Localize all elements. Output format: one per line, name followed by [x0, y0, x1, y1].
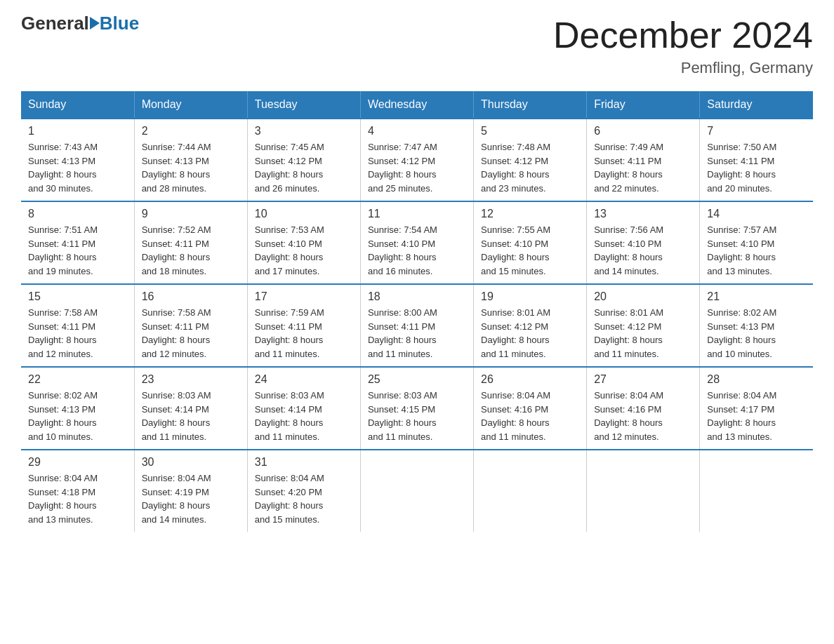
day-info: Sunrise: 8:01 AM Sunset: 4:12 PM Dayligh… [594, 306, 692, 361]
day-number: 11 [368, 208, 466, 220]
location-label: Pemfling, Germany [553, 59, 813, 77]
day-info: Sunrise: 7:43 AM Sunset: 4:13 PM Dayligh… [28, 140, 127, 195]
day-number: 18 [368, 290, 466, 303]
table-row: 30 Sunrise: 8:04 AM Sunset: 4:19 PM Dayl… [134, 450, 247, 532]
logo-arrow-icon [90, 17, 100, 29]
day-number: 22 [28, 373, 127, 386]
table-row: 23 Sunrise: 8:03 AM Sunset: 4:14 PM Dayl… [134, 367, 247, 450]
day-info: Sunrise: 8:04 AM Sunset: 4:18 PM Dayligh… [28, 471, 127, 526]
day-info: Sunrise: 8:04 AM Sunset: 4:20 PM Dayligh… [255, 471, 353, 526]
logo: GeneralBlue [21, 14, 139, 32]
day-info: Sunrise: 7:49 AM Sunset: 4:11 PM Dayligh… [594, 140, 692, 195]
day-number: 21 [707, 290, 806, 303]
day-number: 10 [255, 208, 353, 220]
table-row: 1 Sunrise: 7:43 AM Sunset: 4:13 PM Dayli… [21, 119, 134, 201]
day-info: Sunrise: 7:51 AM Sunset: 4:11 PM Dayligh… [28, 223, 127, 278]
col-friday: Friday [587, 91, 700, 119]
day-number: 13 [594, 208, 692, 220]
day-info: Sunrise: 8:04 AM Sunset: 4:19 PM Dayligh… [142, 471, 240, 526]
day-info: Sunrise: 7:59 AM Sunset: 4:11 PM Dayligh… [255, 306, 353, 361]
day-number: 14 [707, 208, 806, 220]
table-row [587, 450, 700, 532]
table-row: 12 Sunrise: 7:55 AM Sunset: 4:10 PM Dayl… [474, 201, 587, 284]
page-header: GeneralBlue December 2024 Pemfling, Germ… [21, 14, 813, 77]
day-info: Sunrise: 8:03 AM Sunset: 4:14 PM Dayligh… [142, 389, 240, 443]
col-monday: Monday [134, 91, 247, 119]
day-number: 8 [28, 208, 127, 220]
day-info: Sunrise: 7:52 AM Sunset: 4:11 PM Dayligh… [142, 223, 240, 278]
logo-general-text: General [21, 14, 89, 32]
day-number: 24 [255, 373, 353, 386]
table-row: 11 Sunrise: 7:54 AM Sunset: 4:10 PM Dayl… [360, 201, 473, 284]
day-info: Sunrise: 8:02 AM Sunset: 4:13 PM Dayligh… [28, 389, 127, 443]
col-thursday: Thursday [474, 91, 587, 119]
day-info: Sunrise: 7:58 AM Sunset: 4:11 PM Dayligh… [28, 306, 127, 361]
table-row [474, 450, 587, 532]
day-info: Sunrise: 7:53 AM Sunset: 4:10 PM Dayligh… [255, 223, 353, 278]
day-number: 4 [368, 125, 466, 137]
day-number: 2 [142, 125, 240, 137]
day-info: Sunrise: 7:48 AM Sunset: 4:12 PM Dayligh… [481, 140, 579, 195]
table-row [700, 450, 813, 532]
table-row: 24 Sunrise: 8:03 AM Sunset: 4:14 PM Dayl… [247, 367, 360, 450]
table-row: 9 Sunrise: 7:52 AM Sunset: 4:11 PM Dayli… [134, 201, 247, 284]
day-number: 29 [28, 456, 127, 469]
table-row: 14 Sunrise: 7:57 AM Sunset: 4:10 PM Dayl… [700, 201, 813, 284]
day-info: Sunrise: 7:44 AM Sunset: 4:13 PM Dayligh… [142, 140, 240, 195]
calendar-body: 1 Sunrise: 7:43 AM Sunset: 4:13 PM Dayli… [21, 119, 813, 532]
day-number: 17 [255, 290, 353, 303]
day-number: 6 [594, 125, 692, 137]
table-row: 3 Sunrise: 7:45 AM Sunset: 4:12 PM Dayli… [247, 119, 360, 201]
col-wednesday: Wednesday [360, 91, 473, 119]
table-row: 31 Sunrise: 8:04 AM Sunset: 4:20 PM Dayl… [247, 450, 360, 532]
day-number: 5 [481, 125, 579, 137]
table-row: 17 Sunrise: 7:59 AM Sunset: 4:11 PM Dayl… [247, 284, 360, 367]
day-info: Sunrise: 7:56 AM Sunset: 4:10 PM Dayligh… [594, 223, 692, 278]
day-number: 30 [142, 456, 240, 469]
table-row: 6 Sunrise: 7:49 AM Sunset: 4:11 PM Dayli… [587, 119, 700, 201]
day-info: Sunrise: 8:02 AM Sunset: 4:13 PM Dayligh… [707, 306, 806, 361]
day-number: 25 [368, 373, 466, 386]
day-number: 23 [142, 373, 240, 386]
calendar-header: Sunday Monday Tuesday Wednesday Thursday… [21, 91, 813, 119]
table-row: 7 Sunrise: 7:50 AM Sunset: 4:11 PM Dayli… [700, 119, 813, 201]
day-number: 12 [481, 208, 579, 220]
table-row: 16 Sunrise: 7:58 AM Sunset: 4:11 PM Dayl… [134, 284, 247, 367]
day-number: 26 [481, 373, 579, 386]
table-row [360, 450, 473, 532]
table-row: 10 Sunrise: 7:53 AM Sunset: 4:10 PM Dayl… [247, 201, 360, 284]
table-row: 4 Sunrise: 7:47 AM Sunset: 4:12 PM Dayli… [360, 119, 473, 201]
day-number: 19 [481, 290, 579, 303]
day-info: Sunrise: 7:54 AM Sunset: 4:10 PM Dayligh… [368, 223, 466, 278]
col-sunday: Sunday [21, 91, 134, 119]
day-info: Sunrise: 8:03 AM Sunset: 4:15 PM Dayligh… [368, 389, 466, 443]
day-info: Sunrise: 8:01 AM Sunset: 4:12 PM Dayligh… [481, 306, 579, 361]
day-info: Sunrise: 7:45 AM Sunset: 4:12 PM Dayligh… [255, 140, 353, 195]
col-saturday: Saturday [700, 91, 813, 119]
table-row: 29 Sunrise: 8:04 AM Sunset: 4:18 PM Dayl… [21, 450, 134, 532]
day-info: Sunrise: 7:57 AM Sunset: 4:10 PM Dayligh… [707, 223, 806, 278]
day-number: 3 [255, 125, 353, 137]
table-row: 21 Sunrise: 8:02 AM Sunset: 4:13 PM Dayl… [700, 284, 813, 367]
day-info: Sunrise: 7:55 AM Sunset: 4:10 PM Dayligh… [481, 223, 579, 278]
month-title: December 2024 [553, 14, 813, 56]
day-number: 7 [707, 125, 806, 137]
table-row: 26 Sunrise: 8:04 AM Sunset: 4:16 PM Dayl… [474, 367, 587, 450]
day-info: Sunrise: 7:50 AM Sunset: 4:11 PM Dayligh… [707, 140, 806, 195]
title-area: December 2024 Pemfling, Germany [553, 14, 813, 77]
day-info: Sunrise: 8:04 AM Sunset: 4:16 PM Dayligh… [481, 389, 579, 443]
day-number: 27 [594, 373, 692, 386]
day-number: 31 [255, 456, 353, 469]
day-info: Sunrise: 8:04 AM Sunset: 4:17 PM Dayligh… [707, 389, 806, 443]
day-info: Sunrise: 7:47 AM Sunset: 4:12 PM Dayligh… [368, 140, 466, 195]
day-number: 16 [142, 290, 240, 303]
calendar-table: Sunday Monday Tuesday Wednesday Thursday… [21, 91, 813, 532]
day-number: 28 [707, 373, 806, 386]
day-number: 15 [28, 290, 127, 303]
table-row: 18 Sunrise: 8:00 AM Sunset: 4:11 PM Dayl… [360, 284, 473, 367]
table-row: 19 Sunrise: 8:01 AM Sunset: 4:12 PM Dayl… [474, 284, 587, 367]
table-row: 27 Sunrise: 8:04 AM Sunset: 4:16 PM Dayl… [587, 367, 700, 450]
day-info: Sunrise: 8:03 AM Sunset: 4:14 PM Dayligh… [255, 389, 353, 443]
day-info: Sunrise: 8:00 AM Sunset: 4:11 PM Dayligh… [368, 306, 466, 361]
table-row: 13 Sunrise: 7:56 AM Sunset: 4:10 PM Dayl… [587, 201, 700, 284]
